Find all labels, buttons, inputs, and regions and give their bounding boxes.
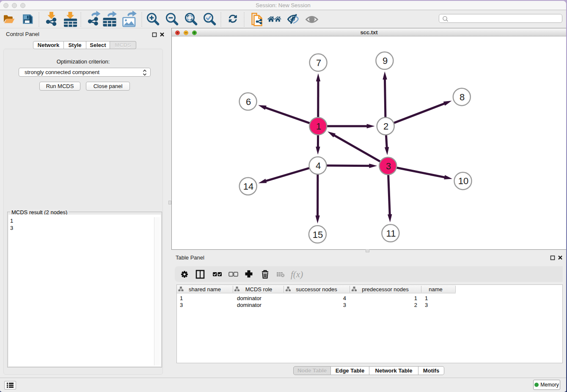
svg-text:f(x): f(x) bbox=[291, 269, 303, 279]
svg-text:2: 2 bbox=[383, 121, 388, 132]
svg-text:8: 8 bbox=[460, 92, 465, 102]
svg-text:14: 14 bbox=[243, 181, 253, 192]
svg-text:10: 10 bbox=[458, 176, 468, 186]
svg-text:1: 1 bbox=[316, 121, 321, 132]
svg-text:11: 11 bbox=[386, 228, 396, 239]
svg-text:6: 6 bbox=[246, 97, 251, 107]
svg-text:7: 7 bbox=[316, 58, 321, 68]
svg-text:4: 4 bbox=[316, 160, 321, 171]
svg-text:15: 15 bbox=[313, 229, 323, 240]
svg-text:3: 3 bbox=[386, 161, 391, 171]
svg-text:9: 9 bbox=[383, 55, 388, 66]
